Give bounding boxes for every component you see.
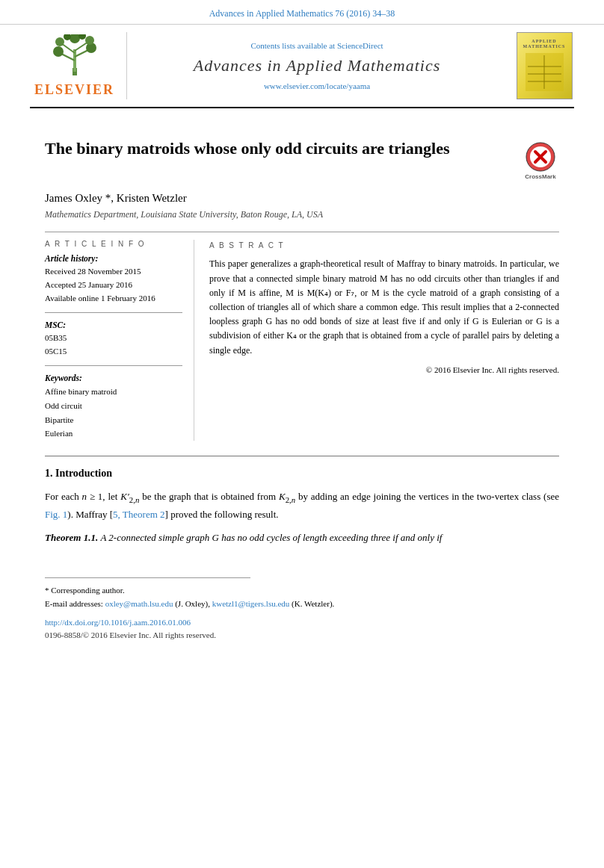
msc2: 05C15 — [45, 345, 182, 359]
copyright-text: © 2016 Elsevier Inc. All rights reserved… — [209, 364, 559, 376]
history-label: Article history: — [45, 254, 182, 263]
doi-link[interactable]: http://dx.doi.org/10.1016/j.aam.2016.01.… — [45, 618, 559, 627]
body-divider — [45, 456, 559, 456]
msc-label: MSC: — [45, 320, 182, 329]
cover-image: APPLIED MATHEMATICS — [517, 32, 573, 99]
article-info-heading: A R T I C L E I N F O — [45, 240, 182, 248]
article-info-col: A R T I C L E I N F O Article history: R… — [45, 240, 194, 441]
theorem-1-1-block: Theorem 1.1. A 2-connected simple graph … — [45, 532, 559, 544]
keywords-label: Keywords: — [45, 373, 182, 382]
keywords-block: Keywords: Affine binary matroid Odd circ… — [45, 373, 182, 441]
email-oxley[interactable]: oxley@math.lsu.edu — [105, 599, 173, 608]
msc-block: MSC: 05B35 05C15 — [45, 320, 182, 358]
footnotes-section: * Corresponding author. E-mail addresses… — [0, 577, 604, 641]
divider-1 — [45, 232, 559, 232]
introduction-title: 1. Introduction — [45, 468, 559, 480]
elsevier-tree-icon — [45, 34, 105, 79]
main-content: The binary matroids whose only odd circu… — [0, 108, 604, 566]
abstract-heading: A B S T R A C T — [209, 240, 559, 251]
journal-url: www.elsevier.com/locate/yaama — [264, 81, 370, 90]
abstract-col: A B S T R A C T This paper generalizes a… — [209, 240, 559, 441]
divider-info — [45, 312, 182, 313]
sciencedirect-text: Contents lists available at ScienceDirec… — [250, 41, 383, 50]
history-block: Article history: Received 28 November 20… — [45, 254, 182, 305]
keyword-1: Affine binary matroid — [45, 385, 182, 399]
intro-paragraph: For each n ≥ 1, let K′2,n be the graph t… — [45, 489, 559, 523]
fig1-link[interactable]: Fig. 1 — [45, 509, 67, 520]
email-wetzler[interactable]: kwetzl1@tigers.lsu.edu — [212, 599, 290, 608]
two-col-layout: A R T I C L E I N F O Article history: R… — [45, 240, 559, 441]
journal-center-block: Contents lists available at ScienceDirec… — [127, 32, 507, 99]
journal-header: ELSEVIER Contents lists available at Sci… — [30, 25, 574, 108]
theorem-label: Theorem 1.1. A 2-connected simple graph … — [45, 532, 559, 544]
footnote-divider — [45, 577, 250, 578]
keyword-4: Eulerian — [45, 427, 182, 441]
keyword-3: Bipartite — [45, 413, 182, 427]
crossmark-icon — [526, 142, 555, 172]
footnote-corresponding: * Corresponding author. — [45, 584, 559, 598]
crossmark-block: CrossMark — [522, 142, 559, 181]
keyword-2: Odd circuit — [45, 399, 182, 413]
svg-point-8 — [55, 37, 64, 46]
issn-text: 0196-8858/© 2016 Elsevier Inc. All right… — [45, 630, 216, 639]
journal-cover: APPLIED MATHEMATICS — [514, 32, 574, 99]
footnote-emails: E-mail addresses: oxley@math.lsu.edu (J.… — [45, 598, 559, 611]
affiliation: Mathematics Department, Louisiana State … — [45, 209, 559, 220]
elsevier-logo-block: ELSEVIER — [30, 32, 127, 99]
abstract-text: This paper generalizes a graph-theoretic… — [209, 257, 559, 357]
journal-header-link[interactable]: Advances in Applied Mathematics 76 (2016… — [209, 8, 395, 19]
received-date: Received 28 November 2015 — [45, 265, 182, 279]
bottom-links: http://dx.doi.org/10.1016/j.aam.2016.01.… — [45, 618, 559, 641]
paper-title-block: The binary matroids whose only odd circu… — [45, 138, 559, 181]
divider-msc — [45, 365, 182, 366]
authors: James Oxley *, Kristen Wetzler — [45, 192, 559, 205]
available-date: Available online 1 February 2016 — [45, 292, 182, 306]
elsevier-name: ELSEVIER — [34, 82, 114, 98]
paper-title: The binary matroids whose only odd circu… — [45, 138, 514, 160]
svg-point-6 — [53, 46, 64, 57]
msc1: 05B35 — [45, 332, 182, 345]
ref5-link[interactable]: 5, Theorem 2 — [113, 509, 164, 520]
accepted-date: Accepted 25 January 2016 — [45, 279, 182, 292]
crossmark-label: CrossMark — [525, 173, 555, 181]
svg-point-10 — [70, 34, 80, 43]
svg-point-9 — [85, 36, 94, 45]
top-bar: Advances in Applied Mathematics 76 (2016… — [0, 0, 604, 25]
journal-title: Advances in Applied Mathematics — [194, 56, 441, 75]
